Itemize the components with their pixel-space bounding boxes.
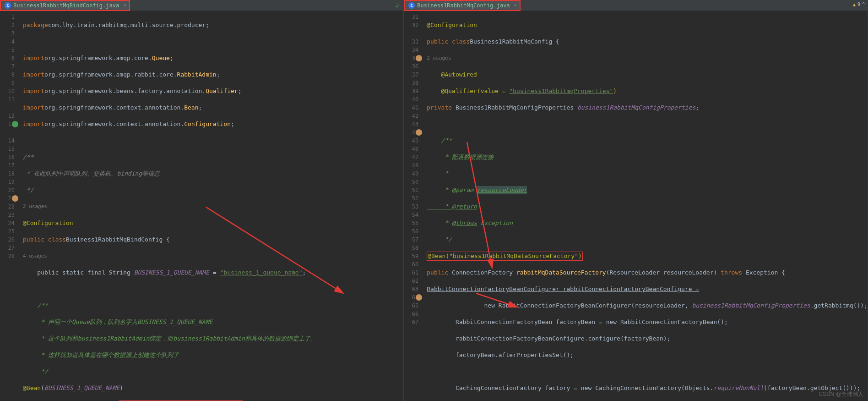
checkmark-icon: ✓ <box>396 2 400 9</box>
left-gutter: 1234567891011 12 13 14151617181920 21 22… <box>0 11 19 401</box>
run-gutter-icon[interactable] <box>12 121 18 127</box>
bean-gutter-icon[interactable] <box>416 55 422 61</box>
right-code-area[interactable]: @Configuration public class Business1Rab… <box>423 11 868 401</box>
tab-mq-config[interactable]: C Business1RabbitMqConfig.java × <box>404 0 521 11</box>
inspection-indicator[interactable]: ▲ 9 ^ <box>853 2 865 7</box>
java-class-icon: C <box>5 2 11 9</box>
tab-label: Business1RabbitMqConfig.java <box>417 2 510 9</box>
close-icon[interactable]: × <box>121 2 126 8</box>
left-code-area[interactable]: package com.lhy.train.rabbitmq.multi.sou… <box>19 11 403 401</box>
close-icon[interactable]: × <box>512 2 517 8</box>
tab-label: Business1RabbitMqBindConfig.java <box>13 2 119 9</box>
bean-gutter-icon[interactable] <box>416 294 422 301</box>
chevron-up-icon: ^ <box>862 2 865 7</box>
right-gutter: 3132 3334 35 3637383940414243 44 4546474… <box>404 11 423 401</box>
right-editor-pane: C Business1RabbitMqConfig.java × ▲ 9 ^ 3… <box>404 0 868 401</box>
left-code-editor[interactable]: 1234567891011 12 13 14151617181920 21 22… <box>0 11 403 401</box>
right-code-editor[interactable]: 3132 3334 35 3637383940414243 44 4546474… <box>404 11 868 401</box>
java-class-icon: C <box>408 2 415 9</box>
tab-bind-config[interactable]: C Business1RabbitMqBindConfig.java × <box>0 0 130 11</box>
left-tab-bar: C Business1RabbitMqBindConfig.java × ⋮ <box>0 0 403 11</box>
watermark: CSDN @全球潮人 <box>819 390 863 398</box>
bean-gutter-icon[interactable] <box>416 129 422 136</box>
bean-gutter-icon[interactable] <box>12 195 18 202</box>
left-editor-pane: C Business1RabbitMqBindConfig.java × ⋮ ✓… <box>0 0 404 401</box>
right-tab-bar: C Business1RabbitMqConfig.java × <box>404 0 868 11</box>
warning-icon: ▲ <box>853 2 856 7</box>
